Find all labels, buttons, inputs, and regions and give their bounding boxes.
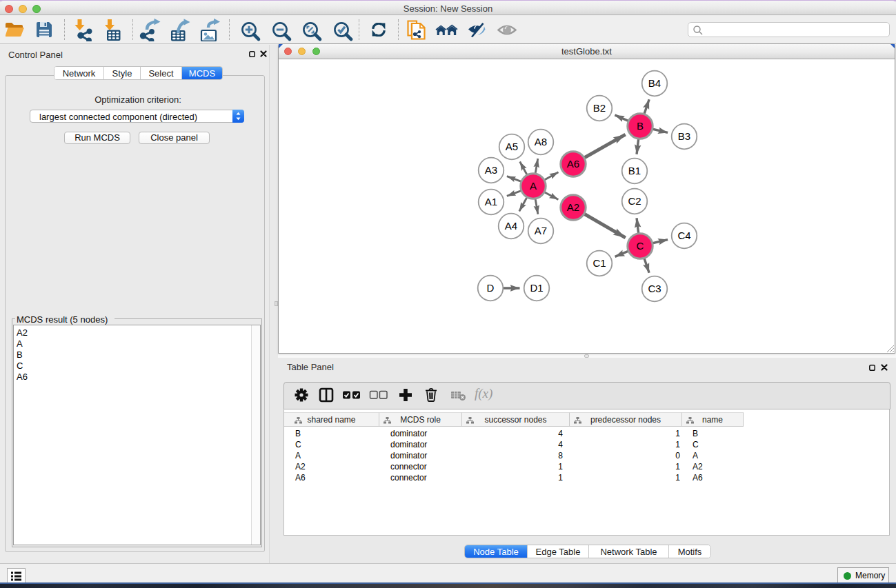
svg-text:D1: D1 <box>530 282 543 294</box>
svg-text:A2: A2 <box>567 201 579 213</box>
svg-text:C: C <box>637 240 644 252</box>
svg-text:C1: C1 <box>593 257 606 269</box>
svg-text:B: B <box>637 120 644 132</box>
svg-text:A8: A8 <box>535 136 547 148</box>
svg-text:A3: A3 <box>485 164 497 176</box>
svg-text:A6: A6 <box>567 158 579 170</box>
svg-text:B2: B2 <box>593 102 606 114</box>
svg-text:C4: C4 <box>677 230 690 241</box>
svg-text:D: D <box>487 282 495 294</box>
svg-text:B3: B3 <box>678 130 690 142</box>
svg-text:A4: A4 <box>505 220 517 232</box>
svg-text:A7: A7 <box>535 225 547 236</box>
svg-text:A: A <box>530 180 537 192</box>
svg-text:C2: C2 <box>628 195 641 207</box>
svg-text:B4: B4 <box>648 77 661 89</box>
svg-text:B1: B1 <box>628 165 641 176</box>
svg-text:A1: A1 <box>485 196 497 207</box>
svg-text:A5: A5 <box>506 141 518 152</box>
svg-text:C3: C3 <box>648 283 661 294</box>
